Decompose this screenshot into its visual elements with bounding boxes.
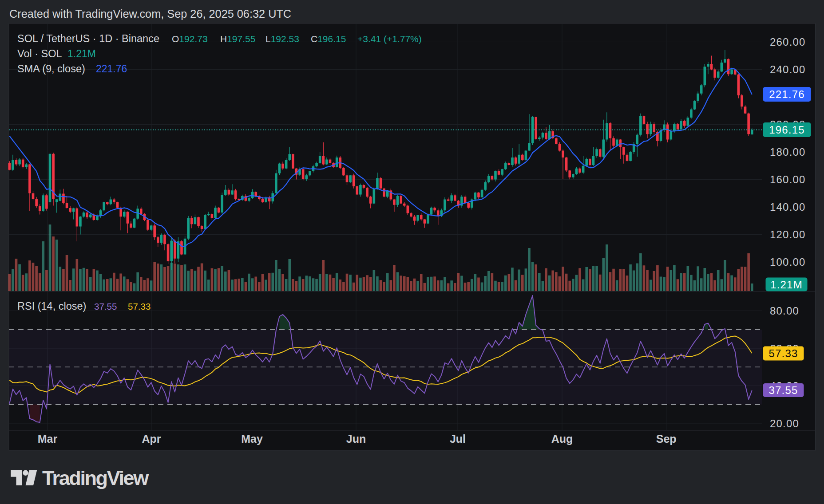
svg-text:O192.73: O192.73 xyxy=(172,34,208,44)
svg-text:140.00: 140.00 xyxy=(770,201,806,213)
svg-text:57.33: 57.33 xyxy=(128,301,151,311)
svg-text:100.00: 100.00 xyxy=(770,256,806,268)
svg-text:260.00: 260.00 xyxy=(770,36,806,48)
svg-text:+3.41 (+1.77%): +3.41 (+1.77%) xyxy=(357,34,422,44)
svg-text:TradingView: TradingView xyxy=(42,467,149,489)
svg-text:RSI (14, close): RSI (14, close) xyxy=(17,300,86,312)
svg-text:Mar: Mar xyxy=(38,433,58,445)
svg-text:Sep: Sep xyxy=(656,433,677,445)
svg-text:37.55: 37.55 xyxy=(94,301,117,311)
svg-text:Created with TradingView.com,: Created with TradingView.com, Sep 26, 20… xyxy=(9,8,291,20)
svg-text:SMA (9, close): SMA (9, close) xyxy=(17,63,85,75)
svg-text:Jul: Jul xyxy=(450,433,466,445)
svg-text:1.21M: 1.21M xyxy=(67,48,96,59)
svg-text:196.15: 196.15 xyxy=(769,124,805,136)
svg-text:80.00: 80.00 xyxy=(770,305,799,317)
svg-text:L192.53: L192.53 xyxy=(265,34,299,44)
svg-text:Apr: Apr xyxy=(142,433,161,445)
svg-text:C196.15: C196.15 xyxy=(311,34,346,44)
svg-text:160.00: 160.00 xyxy=(770,173,806,185)
svg-text:240.00: 240.00 xyxy=(770,63,806,75)
svg-text:1.21M: 1.21M xyxy=(770,279,803,291)
svg-text:SOL / TetherUS · 1D · Binance: SOL / TetherUS · 1D · Binance xyxy=(17,33,159,44)
svg-text:221.76: 221.76 xyxy=(769,88,805,100)
svg-text:Jun: Jun xyxy=(346,433,366,445)
svg-text:May: May xyxy=(241,433,263,445)
svg-text:120.00: 120.00 xyxy=(770,228,806,240)
svg-text:20.00: 20.00 xyxy=(770,417,799,429)
svg-text:180.00: 180.00 xyxy=(770,146,806,158)
svg-text:Aug: Aug xyxy=(551,433,573,445)
svg-text:Vol · SOL: Vol · SOL xyxy=(17,48,62,59)
svg-text:H197.55: H197.55 xyxy=(220,34,255,44)
svg-text:221.76: 221.76 xyxy=(96,63,127,75)
svg-text:37.55: 37.55 xyxy=(769,384,798,396)
svg-text:57.33: 57.33 xyxy=(769,347,798,359)
